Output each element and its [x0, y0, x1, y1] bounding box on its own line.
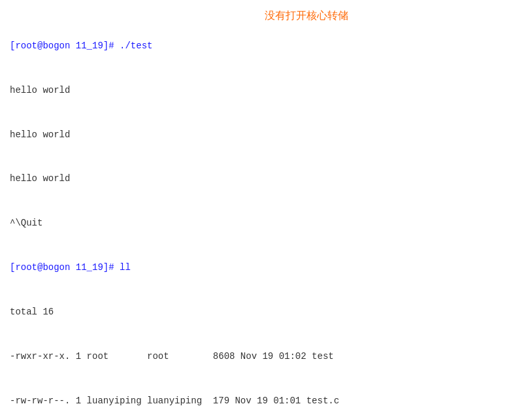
line-file-testc: -rw-rw-r--. 1 luanyiping luanyiping 179 … [10, 394, 522, 406]
line-total-1: total 16 [10, 305, 522, 320]
terminal-container: 没有打开核心转储 [root@bogon 11_19]# ./test hell… [10, 7, 522, 406]
line-quit-1: ^\Quit [10, 216, 522, 231]
section1-lines: [root@bogon 11_19]# ./test hello world h… [10, 9, 522, 406]
annotation-no-core: 没有打开核心转储 [265, 9, 348, 23]
line-file-test: -rwxr-xr-x. 1 root root 8608 Nov 19 01:0… [10, 349, 522, 364]
line-cmd-1: [root@bogon 11_19]# ./test [10, 39, 522, 54]
line-hello-2: hello world [10, 127, 522, 143]
line-hello-1: hello world [10, 83, 522, 98]
line-hello-3: hello world [10, 171, 522, 186]
line-cmd-2: [root@bogon 11_19]# ll [10, 260, 522, 275]
section1: 没有打开核心转储 [root@bogon 11_19]# ./test hell… [10, 7, 522, 406]
